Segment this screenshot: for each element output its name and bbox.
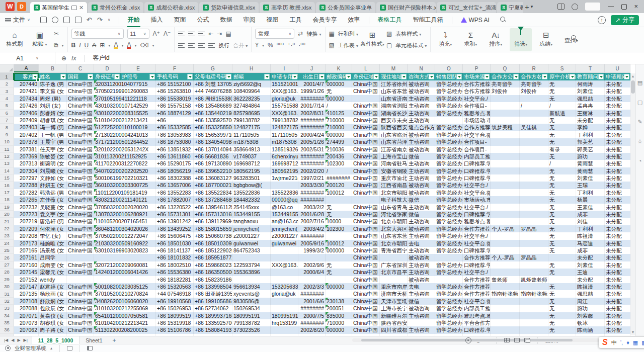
cell[interactable] [94,276,121,283]
cell[interactable]: 王晨宇 (男 [39,138,67,145]
cell[interactable] [520,218,548,225]
filter-dropdown-icon[interactable] [346,74,351,79]
cell[interactable]: 未分配 [605,254,630,261]
row-number[interactable]: 23 [0,232,14,239]
filter-button[interactable]: 筛选▾ [510,28,532,51]
cell[interactable]: 返点合作方 [408,124,435,131]
cell[interactable]: 32010220020531242X [94,146,121,153]
cell[interactable] [326,196,352,203]
cell[interactable]: 青海省西宁 [380,247,408,254]
cell[interactable]: 口碑推荐.学 [463,261,491,269]
cell[interactable]: 500108200203035125 [94,283,121,290]
cell[interactable]: 吕同学 [39,254,67,261]
cell[interactable]: +86 周煜155380 [194,95,232,102]
cell[interactable]: China中国 [67,95,94,102]
cell[interactable]: 000000 [326,95,352,102]
filter-dropdown-icon[interactable] [114,74,120,79]
cell[interactable]: 西安市未央 [380,117,408,124]
cell[interactable]: 155363896 [232,269,271,276]
cell[interactable]: China中国 [67,80,94,87]
cell[interactable]: m1875308 [232,138,271,145]
cell[interactable]: China中国 [352,240,380,247]
cell[interactable]: 社交平台./ [463,95,491,102]
cell[interactable]: 610104200212213421 [94,117,121,124]
cell[interactable]: China中国 [67,87,94,95]
cell[interactable]: +86 13552283 [156,189,194,196]
cell[interactable]: +86 1533258500 [194,124,232,131]
cell[interactable]: China中国 [352,174,380,182]
cell[interactable]: 153449155 [232,211,271,218]
cell[interactable]: 陈雨涵 [576,326,605,333]
cell[interactable]: 留学总经办 [435,167,463,174]
cell[interactable]: ######## [326,174,352,182]
cell[interactable]: 郭美艺 [576,146,605,153]
cell[interactable]: 凯烁曾老师 [520,276,548,283]
cell[interactable]: 370502199901260083 [94,87,121,95]
align-center-icon[interactable] [188,43,195,48]
cell[interactable]: ######## [298,153,326,160]
cell[interactable]: 上海市长宁 [380,305,408,312]
find-button[interactable]: 查找▾ [560,28,582,51]
row-number[interactable]: 7 [0,117,14,124]
cell[interactable] [520,261,548,269]
horizontal-scrollbar[interactable] [352,338,600,342]
cell[interactable]: 000000 [326,326,352,333]
tab-list-caret[interactable]: ▾ [531,4,533,9]
cell[interactable] [491,319,520,326]
cell[interactable]: 口碑推荐.学 [463,247,491,254]
row-number[interactable]: 4 [0,95,14,102]
cell[interactable]: 180995191 [271,312,298,319]
cell[interactable]: 北京大兴区 [380,225,408,232]
cell[interactable]: +86 15536380 [156,269,194,276]
cell[interactable]: 102300 [326,160,352,167]
column-header-R[interactable]: R [520,64,548,72]
cell[interactable]: 无 [548,196,576,203]
cell[interactable]: 2003/2/2 [298,204,326,211]
cell[interactable]: 被动咨询 [408,80,435,87]
cell[interactable]: 无 [548,204,576,211]
cell[interactable]: 去电 [408,240,435,247]
cell[interactable]: 未分配 [605,174,630,182]
header-cell[interactable]: 申请顾问 [605,73,630,80]
select-all-corner[interactable] [0,64,14,72]
row-number[interactable]: 10 [0,138,14,145]
cell[interactable]: 200436 [326,153,352,160]
filter-dropdown-icon[interactable] [456,74,462,79]
cell[interactable]: +86 15606475 [156,232,194,239]
cell[interactable]: 何依涵 (女 [39,225,67,232]
row-number[interactable]: 8 [0,124,14,131]
cell[interactable]: guiwanwei [232,240,271,247]
cell[interactable] [435,276,463,283]
thousands-icon[interactable]: ⁰⁰⁰ [277,42,284,49]
cell[interactable]: 2000/6/4 [298,269,326,276]
cell[interactable] [520,131,548,138]
cell[interactable]: 赵君婷 (女 [39,283,67,290]
system-caret[interactable]: ▴ [50,346,52,350]
cell[interactable]: @163.co [271,204,298,211]
cell[interactable]: China中国 [352,87,380,95]
cell[interactable]: 留学总经办 [435,204,463,211]
cell[interactable]: 包欣辰 (女 [39,305,67,312]
cell[interactable]: 山东省青岛 [380,204,408,211]
cell[interactable]: 100012 [326,240,352,247]
cell[interactable]: 200120 [326,182,352,189]
cell[interactable]: 主动咨询 [408,102,435,109]
cell[interactable]: 舒欣娴 (女 [39,298,67,305]
cell[interactable]: 留学总经办 [435,269,463,276]
cell[interactable]: 370105199411221118 [94,95,121,102]
present-icon[interactable] [71,6,77,10]
cell[interactable]: 未分配 [605,218,630,225]
cell[interactable]: 000000 [326,247,352,254]
cell[interactable]: China中国 [67,146,94,153]
cell[interactable] [520,283,548,290]
cell[interactable]: 留学总经办 [435,138,463,145]
cell[interactable]: China中国 [352,124,380,131]
redo-icon[interactable]: ↷ [97,16,103,24]
cell[interactable]: 2000/4/24 [298,131,326,138]
cell[interactable]: +86 1598680231 [194,261,232,269]
cell[interactable]: 000000 [326,80,352,87]
cell[interactable]: 180995191 [232,312,271,319]
cell[interactable]: 153449155 [271,211,298,218]
cell[interactable]: 184482332 [232,196,271,203]
cell[interactable]: 无 [548,87,576,95]
